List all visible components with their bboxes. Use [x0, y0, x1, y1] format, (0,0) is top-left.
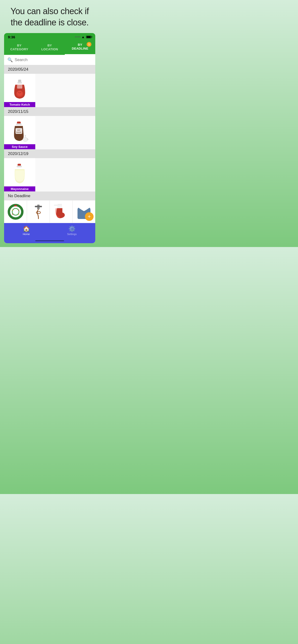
grid-row-nodeadline: + [4, 200, 95, 223]
status-icons: ▲ [75, 35, 91, 39]
svg-rect-21 [35, 206, 42, 207]
phone-shell: 9:36 ▲ BY CATEGORY BY LOCATION BY DEADLI… [4, 33, 95, 244]
svg-point-14 [9, 205, 22, 218]
item-label-mayonnaise: Mayonnaise [4, 186, 35, 192]
svg-rect-5 [17, 122, 21, 124]
item-thumb-ketchup: Tomato Ketch [4, 74, 35, 107]
nav-item-settings[interactable]: ⚙️ Settings [67, 226, 77, 236]
wifi-icon: ▲ [81, 35, 85, 39]
item-label-ketchup: Tomato Ketch [4, 102, 35, 107]
settings-icon: ⚙️ [68, 226, 76, 232]
search-input[interactable] [15, 58, 92, 62]
svg-point-11 [25, 135, 26, 136]
search-icon: 🔍 [8, 57, 13, 62]
svg-rect-13 [17, 166, 22, 167]
svg-point-18 [12, 214, 13, 215]
svg-text:SAUCE: SAUCE [16, 131, 21, 133]
section-header-date1: 2020/05/24 [4, 65, 95, 74]
svg-rect-1 [18, 82, 22, 84]
tab-badge: 1 [87, 42, 91, 47]
content-list: 2020/05/24 Tomato Ketch 2020/11/15 [4, 65, 95, 223]
status-time: 9:36 [8, 35, 15, 39]
tab-navigation: BY CATEGORY BY LOCATION BY DEADLINE 1 [4, 40, 95, 55]
home-bar [35, 240, 64, 241]
svg-point-16 [12, 210, 13, 210]
nav-item-home[interactable]: 🏠 Home [23, 226, 30, 236]
item-label-soysauce: Soy Sauce [4, 144, 35, 149]
svg-point-10 [23, 137, 28, 141]
item-detail-soysauce [35, 116, 95, 149]
search-bar: 🔍 [4, 55, 95, 65]
add-button-circle[interactable]: + [85, 212, 94, 221]
section-header-nodeadline: No Deadline [4, 192, 95, 200]
item-thumb-soysauce: SOY SAUCE Soy Sauce [4, 116, 35, 149]
svg-rect-4 [17, 84, 22, 88]
grid-section-nodeadline: + [4, 200, 95, 223]
battery-icon [86, 36, 91, 38]
svg-point-15 [12, 208, 19, 215]
home-indicator [4, 239, 95, 243]
tagline: You can also check if the deadline is cl… [0, 0, 99, 33]
signal-dots-icon [75, 36, 80, 38]
grid-cell-add[interactable]: + [72, 200, 95, 223]
grid-cell-corkscrew[interactable] [27, 200, 50, 223]
item-thumb-mayonnaise: Mayonnaise [4, 158, 35, 192]
home-icon: 🏠 [23, 226, 30, 232]
tab-by-category[interactable]: BY CATEGORY [4, 41, 35, 55]
grid-cell-wreath[interactable] [4, 200, 27, 223]
svg-point-17 [18, 210, 19, 210]
item-row-soysauce[interactable]: SOY SAUCE Soy Sauce [4, 116, 95, 150]
svg-rect-6 [16, 124, 22, 125]
nav-label-settings: Settings [67, 233, 77, 236]
svg-text:SOY: SOY [17, 129, 20, 131]
section-header-date3: 2020/12/19 [4, 150, 95, 158]
svg-point-19 [18, 214, 19, 215]
item-detail-ketchup [35, 74, 95, 107]
status-bar: 9:36 ▲ [4, 33, 95, 40]
item-row-mayonnaise[interactable]: Mayonnaise [4, 158, 95, 192]
grid-cell-boot[interactable] [50, 200, 72, 223]
item-row-ketchup[interactable]: Tomato Ketch [4, 74, 95, 107]
nav-label-home: Home [23, 233, 30, 236]
item-detail-mayonnaise [35, 158, 95, 192]
section-header-date2: 2020/11/15 [4, 107, 95, 116]
svg-rect-12 [18, 164, 21, 166]
tab-by-location[interactable]: BY LOCATION [35, 41, 65, 55]
tab-by-deadline[interactable]: BY DEADLINE [65, 40, 95, 55]
bottom-navigation: 🏠 Home ⚙️ Settings [4, 223, 95, 239]
